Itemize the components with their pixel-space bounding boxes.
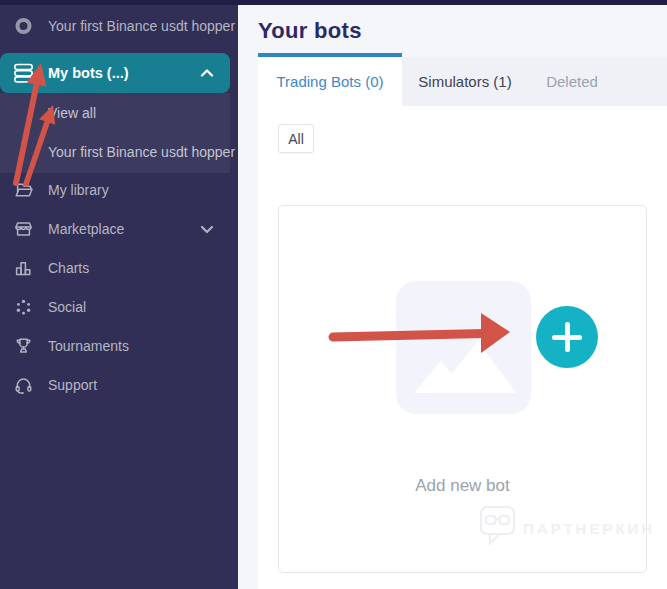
headset-icon (13, 375, 34, 396)
my-bots-submenu: View all Your first Binance usdt hopper (0, 93, 230, 173)
submenu-item-label: Your first Binance usdt hopper (48, 144, 235, 160)
sidebar-item-support[interactable]: Support (0, 371, 230, 399)
sidebar-item-social[interactable]: Social (0, 293, 230, 321)
app-window: Your first Binance usdt hopper My bots (… (0, 0, 667, 589)
sidebar-item-label: Tournaments (48, 338, 129, 354)
bar-chart-icon (13, 258, 34, 279)
tab-label: Deleted (546, 73, 598, 90)
watermark: ПАРТНЕРКИН (479, 504, 655, 553)
tab-bar: Trading Bots (0) Simulators (1) Deleted (258, 57, 667, 106)
add-new-bot-label: Add new bot (279, 476, 646, 496)
main-content: Your bots Trading Bots (0) Simulators (1… (238, 5, 667, 589)
top-edge-bar (0, 0, 667, 5)
chip-label: All (288, 131, 304, 147)
sidebar-item-label: My bots (...) (48, 65, 129, 81)
tab-label: Trading Bots (0) (277, 73, 384, 90)
submenu-item-view-all[interactable]: View all (0, 98, 230, 128)
social-dots-icon (13, 297, 34, 318)
plus-icon (536, 306, 598, 368)
tab-simulators[interactable]: Simulators (1) (402, 57, 528, 106)
image-placeholder-icon (396, 281, 531, 414)
storefront-icon (13, 219, 34, 240)
active-tab-underline (258, 53, 402, 57)
sidebar-item-label: Marketplace (48, 221, 124, 237)
sidebar-item-label: My library (48, 182, 109, 198)
add-bot-card[interactable]: Add new bot ПАРТНЕРКИН (278, 205, 647, 573)
speech-bubble-glasses-icon (479, 504, 516, 553)
sidebar: Your first Binance usdt hopper My bots (… (0, 5, 238, 589)
submenu-item-label: View all (48, 105, 96, 121)
folder-icon (13, 180, 34, 201)
ring-icon (13, 16, 34, 37)
tab-trading-bots[interactable]: Trading Bots (0) (258, 57, 402, 106)
bots-stack-icon (13, 63, 34, 84)
sidebar-item-label: Your first Binance usdt hopper (48, 18, 235, 34)
tab-label: Simulators (1) (418, 73, 511, 90)
sidebar-item-my-bots[interactable]: My bots (...) (0, 53, 230, 93)
chevron-up-icon (197, 63, 217, 83)
trophy-icon (13, 336, 34, 357)
sidebar-item-tournaments[interactable]: Tournaments (0, 332, 230, 360)
page-title: Your bots (258, 18, 362, 44)
watermark-text: ПАРТНЕРКИН (523, 520, 655, 537)
sidebar-item-my-library[interactable]: My library (0, 176, 230, 204)
filter-all-chip[interactable]: All (278, 124, 314, 153)
submenu-item-pinned-hopper[interactable]: Your first Binance usdt hopper (0, 137, 230, 167)
tab-deleted[interactable]: Deleted (532, 57, 612, 106)
sidebar-item-pinned-hopper[interactable]: Your first Binance usdt hopper (0, 12, 230, 40)
sidebar-item-label: Social (48, 299, 86, 315)
sidebar-item-marketplace[interactable]: Marketplace (0, 215, 230, 243)
chevron-down-icon (197, 219, 217, 239)
add-bot-button[interactable] (536, 306, 598, 368)
sidebar-item-label: Support (48, 377, 97, 393)
sidebar-item-label: Charts (48, 260, 89, 276)
sidebar-item-charts[interactable]: Charts (0, 254, 230, 282)
